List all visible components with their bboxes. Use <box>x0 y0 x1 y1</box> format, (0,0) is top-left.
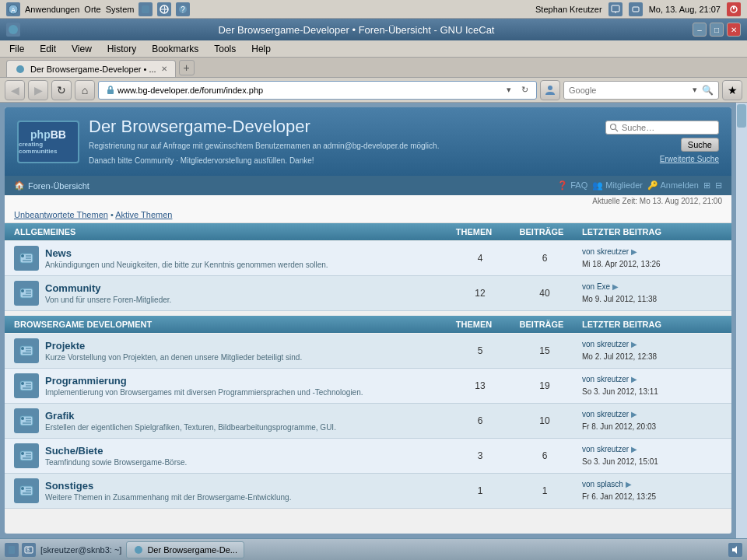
mitglieder-link[interactable]: 👥 Mitglieder <box>592 180 643 191</box>
network2-icon <box>629 2 643 16</box>
scrollbar[interactable] <box>736 103 747 538</box>
unbeantwortete-link[interactable]: Unbeantwortete Themen <box>14 210 108 219</box>
url-input[interactable] <box>117 86 502 95</box>
browser-tab[interactable]: Der Browsergame-Developer • ... ✕ <box>6 60 176 77</box>
forward-button[interactable]: ▶ <box>28 80 48 100</box>
forum-name-suche-biete[interactable]: Suche/Biete <box>45 445 447 457</box>
search-submit-icon[interactable]: 🔍 <box>702 85 714 96</box>
letzter-view-icon-news: ▶ <box>631 247 637 256</box>
title-bar: Der Browsergame-Developer • Foren-Übersi… <box>0 19 747 40</box>
forum-beitraege-projekte: 15 <box>514 345 576 356</box>
svg-point-15 <box>611 124 616 129</box>
taskbar-browser-icon <box>133 544 144 555</box>
maximize-button[interactable]: □ <box>710 23 724 37</box>
col-beitraege-1: BEITRÄGE <box>510 227 573 236</box>
search-dropdown-icon[interactable]: ▾ <box>688 83 702 97</box>
back-button[interactable]: ◀ <box>5 80 25 100</box>
menu-view[interactable]: View <box>65 42 98 56</box>
svg-point-14 <box>548 86 552 90</box>
forum-name-community[interactable]: Community <box>45 282 447 294</box>
forum-letzter-programmierung: von skreutzer ▶ So 3. Jun 2012, 13:11 <box>582 373 722 398</box>
app-icon: A <box>6 2 20 16</box>
forum-beitraege-community: 40 <box>514 288 576 299</box>
browser-icon <box>157 2 171 16</box>
letzter-when-news: Mi 18. Apr 2012, 13:26 <box>582 260 661 268</box>
letzter-by-programmierung[interactable]: von skreutzer <box>582 375 629 383</box>
forum-desc-line2: Danach bitte Community · Mitgliedervorst… <box>89 155 439 166</box>
section-allgemeines-title: ALLGEMEINES <box>14 227 75 236</box>
menu-bookmarks[interactable]: Bookmarks <box>146 42 205 56</box>
forum-search-input[interactable] <box>622 123 715 132</box>
taskbar-browser-item[interactable]: Der Browsergame-De... <box>126 541 244 558</box>
profile-icon[interactable] <box>540 80 560 100</box>
orte-menu[interactable]: Orte <box>84 5 100 14</box>
forum-icon-programmierung <box>14 373 39 398</box>
new-tab-button[interactable]: + <box>179 60 195 75</box>
svg-rect-2 <box>142 5 149 13</box>
letzter-by-sonstiges[interactable]: von splasch <box>582 480 623 488</box>
tab-close-button[interactable]: ✕ <box>161 65 167 73</box>
expand-icon[interactable]: ⊞ <box>703 180 710 191</box>
info-icon: ? <box>176 2 190 16</box>
letzter-view-icon-sonstiges: ▶ <box>626 480 632 488</box>
forum-themen-news: 4 <box>453 253 507 264</box>
collapse-icon[interactable]: ⊟ <box>715 180 722 191</box>
menu-tools[interactable]: Tools <box>208 42 242 56</box>
reload-button[interactable]: ↻ <box>51 80 72 100</box>
forum-search-box[interactable] <box>605 121 719 135</box>
forum-icon-community <box>14 281 39 306</box>
letzter-by-grafik[interactable]: von skreutzer <box>582 410 629 418</box>
forum-name-programmierung[interactable]: Programmierung <box>45 375 447 387</box>
letzter-by-news[interactable]: von skreutzer <box>582 247 629 256</box>
taskbar-terminal-icon[interactable]: $ <box>22 543 36 557</box>
breadcrumb-label[interactable]: Foren-Übersicht <box>28 181 89 191</box>
power-icon[interactable] <box>727 2 741 16</box>
letzter-by-projekte[interactable]: von skreutzer <box>582 340 629 348</box>
bookmark-button[interactable]: ★ <box>722 80 742 100</box>
forum-name-news[interactable]: News <box>45 247 447 259</box>
url-bar[interactable]: ▾ ↻ <box>98 81 537 100</box>
forum-name-projekte[interactable]: Projekte <box>45 340 447 352</box>
home-button[interactable]: ⌂ <box>75 80 95 100</box>
letzter-by-community[interactable]: von Exe <box>582 282 610 291</box>
taskbar-icons-left: $ <box>5 543 36 557</box>
menu-file[interactable]: File <box>3 42 30 56</box>
system-menu[interactable]: System <box>106 5 135 14</box>
taskbar-volume-icon[interactable] <box>728 543 742 557</box>
col-themen-1: THEMEN <box>447 227 501 236</box>
aktive-link[interactable]: Aktive Themen <box>115 210 172 219</box>
letzter-by-suche-biete[interactable]: von skreutzer <box>582 445 629 453</box>
aktuelle-zeit: Aktuelle Zeit: Mo 13. Aug 2012, 21:00 <box>5 195 731 207</box>
minimize-button[interactable]: – <box>693 23 707 37</box>
forum-row-grafik: Grafik Erstellen der eigentlichen Spielg… <box>5 404 731 439</box>
close-button[interactable]: ✕ <box>727 23 741 37</box>
system-datetime: Mo, 13. Aug, 21:07 <box>649 5 721 14</box>
anmelden-link[interactable]: 🔑 Anmelden <box>647 180 699 191</box>
menu-edit[interactable]: Edit <box>33 42 62 56</box>
menu-help[interactable]: Help <box>245 42 277 56</box>
taskbar-user-label: [skreutzer@sknb3: ~] <box>40 545 121 555</box>
app-logo-icon <box>6 23 20 37</box>
forum-themen-projekte: 5 <box>453 345 507 356</box>
svg-rect-8 <box>633 7 639 12</box>
forum-beitraege-suche-biete: 6 <box>514 450 576 461</box>
forum-row-news: News Ankündigungen und Neuigkeiten, die … <box>5 241 731 276</box>
faq-link[interactable]: ❓ FAQ <box>557 180 587 191</box>
search-bar[interactable]: ▾ 🔍 <box>563 81 719 100</box>
taskbar-file-icon[interactable] <box>5 543 19 557</box>
svg-point-18 <box>21 254 24 257</box>
svg-text:$: $ <box>26 547 30 552</box>
forum-name-grafik[interactable]: Grafik <box>45 410 447 422</box>
forum-search-button[interactable]: Suche <box>681 138 719 152</box>
search-input[interactable] <box>569 86 688 95</box>
menu-history[interactable]: History <box>101 42 142 56</box>
forum-desc-grafik: Erstellen der eigentlichen Spielgrafiken… <box>45 423 447 432</box>
forum-logo-area: phpBB creating communities Der Browserga… <box>17 117 439 166</box>
reload-url-button[interactable]: ↻ <box>517 83 531 97</box>
erweiterte-suche-link[interactable]: Erweiterte Suche <box>660 155 719 163</box>
anwendungen-menu[interactable]: Anwendungen <box>25 5 79 14</box>
forum-name-sonstiges[interactable]: Sonstiges <box>45 480 447 492</box>
url-dropdown-icon[interactable]: ▾ <box>502 83 516 97</box>
forum-info-suche-biete: Suche/Biete Teamfindung sowie Browsergam… <box>45 445 447 467</box>
breadcrumb: 🏠 Foren-Übersicht <box>14 180 89 191</box>
